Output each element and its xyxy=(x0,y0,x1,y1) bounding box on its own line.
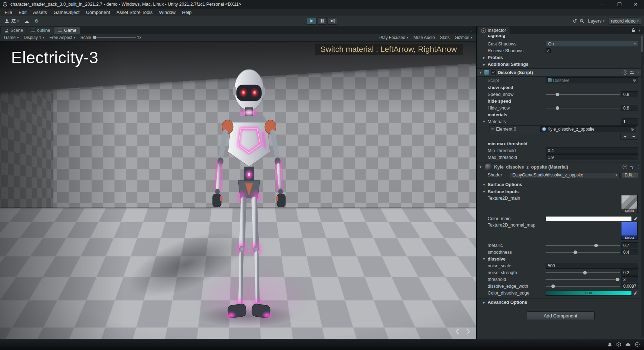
scrollbar-thumb[interactable] xyxy=(641,35,643,52)
add-component-button[interactable]: Add Component xyxy=(527,311,595,320)
eyedropper-icon[interactable] xyxy=(633,291,638,295)
slider-handle[interactable] xyxy=(583,271,587,274)
edge-color-swatch[interactable]: HDR xyxy=(546,291,632,296)
lock-icon[interactable] xyxy=(631,28,635,32)
dissolve-foldout[interactable]: ▼ dissolve xyxy=(477,256,644,262)
texture2d-normal-map-thumbnail[interactable]: Select xyxy=(621,222,638,240)
slider-handle[interactable] xyxy=(93,36,96,39)
pane-menu-icon[interactable]: ⋮ xyxy=(466,29,476,34)
menu-window[interactable]: Window xyxy=(156,10,179,15)
game-viewport[interactable]: Electricity-3 Switch material : LeftArro… xyxy=(0,42,476,339)
slider-track[interactable] xyxy=(546,245,620,246)
scale-slider[interactable] xyxy=(93,35,136,40)
maximize-button[interactable]: ❒ xyxy=(611,0,628,9)
materials-foldout-row[interactable]: ▼ Materials 1 xyxy=(477,118,644,125)
max-threshold-field[interactable]: 1.9 xyxy=(546,154,638,160)
select-button[interactable]: Select xyxy=(621,209,637,213)
smoothness-value[interactable]: 0.4 xyxy=(621,249,638,255)
color-main-swatch[interactable] xyxy=(546,216,632,221)
pause-button[interactable] xyxy=(317,17,327,25)
slider-track[interactable] xyxy=(546,252,620,253)
menu-component[interactable]: Component xyxy=(83,10,113,15)
tab-outline[interactable]: outline xyxy=(27,27,54,34)
slider-track[interactable] xyxy=(546,272,620,273)
close-button[interactable]: ✕ xyxy=(628,0,644,9)
preset-icon[interactable] xyxy=(630,71,634,74)
gizmos-dropdown[interactable]: Gizmos ▾ xyxy=(452,35,475,40)
threshold-value[interactable]: 3 xyxy=(621,276,638,282)
layers-dropdown[interactable]: Layers ▾ xyxy=(587,19,606,24)
play-button[interactable] xyxy=(307,17,317,25)
add-element-button[interactable]: + xyxy=(621,133,629,139)
min-threshold-field[interactable]: 0.4 xyxy=(546,147,638,154)
account-dropdown[interactable]: JZ ▾ xyxy=(3,19,20,24)
tab-game[interactable]: Game xyxy=(54,27,80,34)
prev-arrow[interactable]: ‹ xyxy=(455,324,460,337)
menu-assets[interactable]: Assets xyxy=(30,10,50,15)
menu-edit[interactable]: Edit xyxy=(15,10,30,15)
remove-element-button[interactable]: − xyxy=(629,133,638,139)
slider-track[interactable] xyxy=(93,37,136,38)
edge-width-slider[interactable] xyxy=(546,283,620,289)
play-focused-dropdown[interactable]: Play Focused ▾ xyxy=(377,35,411,40)
slider-track[interactable] xyxy=(546,279,620,280)
lighting-section-header[interactable]: ▼ Lighting xyxy=(477,35,644,40)
undo-history-icon[interactable]: ↺ xyxy=(572,18,577,24)
slider-handle[interactable] xyxy=(556,106,559,110)
next-arrow[interactable]: › xyxy=(466,324,470,337)
element0-object-field[interactable]: Kyle_dissolve_z_oppsite ⊙ xyxy=(540,126,636,132)
select-button[interactable]: Select xyxy=(621,235,637,239)
tab-inspector[interactable]: i Inspector xyxy=(478,27,509,34)
script-object-field[interactable]: Dissolve ⊙ xyxy=(546,77,638,83)
noise-scale-field[interactable]: 500 xyxy=(546,263,638,269)
cloud-status-icon[interactable] xyxy=(625,342,631,346)
hide-show-value[interactable]: 0.8 xyxy=(621,105,638,111)
menu-gameobject[interactable]: GameObject xyxy=(50,10,83,15)
threshold-slider[interactable] xyxy=(546,276,620,282)
hide-show-slider[interactable] xyxy=(546,105,620,111)
metallic-slider[interactable] xyxy=(546,242,620,248)
stats-toggle[interactable]: Stats xyxy=(437,35,452,40)
slider-handle[interactable] xyxy=(551,285,555,288)
slider-handle[interactable] xyxy=(594,244,598,247)
additional-settings-foldout[interactable]: ▶ Additional Settings xyxy=(477,61,644,68)
package-icon[interactable] xyxy=(616,342,621,347)
material-header[interactable]: ▼ Kyle_dissolve_z_oppsite (Material) ? ⋮ xyxy=(477,162,644,171)
object-picker-icon[interactable]: ⊙ xyxy=(633,78,636,83)
surface-options-foldout[interactable]: ▼ Surface Options xyxy=(477,181,644,188)
component-enabled-checkbox[interactable]: ✓ xyxy=(491,70,496,75)
slider-track[interactable] xyxy=(546,286,620,287)
minimize-button[interactable]: — xyxy=(595,0,611,9)
menu-help[interactable]: Help xyxy=(179,10,195,15)
menu-asset-store-tools[interactable]: Asset Store Tools xyxy=(113,10,156,15)
material-element-row[interactable]: = Element 0 Kyle_dissolve_z_oppsite ⊙ xyxy=(489,126,638,133)
mute-audio-toggle[interactable]: Mute Audio xyxy=(411,35,437,40)
probes-foldout[interactable]: ▶ Probes xyxy=(477,54,644,61)
menu-file[interactable]: File xyxy=(1,10,15,15)
speed-show-value[interactable]: 0.8 xyxy=(621,91,638,97)
search-icon[interactable] xyxy=(580,19,584,23)
surface-inputs-foldout[interactable]: ▼ Surface Inputs xyxy=(477,188,644,195)
receive-shadows-checkbox[interactable]: ✓ xyxy=(546,48,551,53)
slider-handle[interactable] xyxy=(616,278,619,281)
tab-scene[interactable]: Scene xyxy=(1,27,26,34)
edge-width-value[interactable]: 0.0087 xyxy=(621,283,638,289)
slider-handle[interactable] xyxy=(556,93,559,96)
inspector-scrollbar[interactable] xyxy=(641,35,644,338)
status-check-icon[interactable] xyxy=(635,342,640,347)
speed-show-slider[interactable] xyxy=(546,91,620,97)
drag-handle-icon[interactable]: = xyxy=(491,127,494,132)
notification-bell-icon[interactable] xyxy=(608,342,612,347)
slider-handle[interactable] xyxy=(574,251,577,254)
materials-size-field[interactable]: 1 xyxy=(621,118,638,125)
inspector-menu-icon[interactable]: ⋮ xyxy=(637,28,642,33)
services-button[interactable]: ⚙ xyxy=(33,18,40,24)
display-target-dropdown[interactable]: Game ▾ xyxy=(1,34,21,41)
layout-dropdown[interactable]: record video ▾ xyxy=(609,17,641,25)
help-icon[interactable]: ? xyxy=(623,70,627,75)
edit-shader-button[interactable]: Edit... xyxy=(622,172,638,178)
noise-strength-value[interactable]: 0.2 xyxy=(621,269,638,276)
texture2d-main-thumbnail[interactable]: Select xyxy=(621,195,638,213)
smoothness-slider[interactable] xyxy=(546,249,620,255)
advanced-options-foldout[interactable]: ▶ Advanced Options xyxy=(477,298,644,306)
